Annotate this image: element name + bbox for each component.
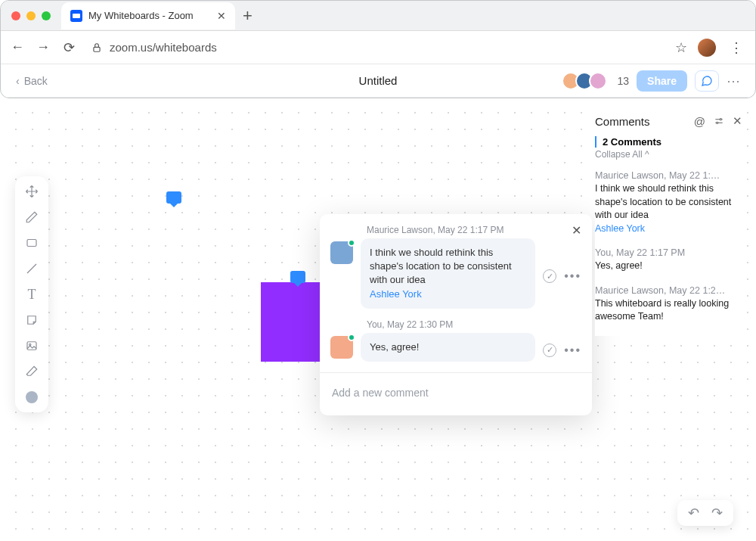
browser-menu-button[interactable]: ⋮: [727, 39, 746, 56]
back-link[interactable]: ‹ Back: [16, 75, 48, 87]
forward-button[interactable]: →: [36, 40, 51, 55]
lock-icon: [91, 42, 102, 53]
close-tab-button[interactable]: ✕: [217, 10, 226, 22]
reload-button[interactable]: ⟳: [61, 40, 76, 55]
minimize-window-button[interactable]: [26, 11, 36, 20]
back-label: Back: [24, 75, 48, 87]
chevron-left-icon: ‹: [16, 75, 20, 87]
address-bar[interactable]: zoom.us/whiteboards: [87, 41, 665, 54]
document-title[interactable]: Untitled: [359, 74, 398, 87]
viewer-count: 13: [618, 75, 630, 87]
whiteboard-canvas[interactable]: [0, 97, 756, 98]
browser-tabs-bar: My Whiteboards - Zoom ✕ +: [1, 1, 755, 31]
app-header: ‹ Back Untitled 13 Share ⋯: [1, 64, 755, 98]
back-button[interactable]: ←: [10, 40, 25, 55]
zoom-favicon-icon: [70, 10, 82, 22]
tab-title: My Whiteboards - Zoom: [88, 10, 211, 21]
share-button[interactable]: Share: [637, 70, 687, 92]
url-text: zoom.us/whiteboards: [110, 41, 217, 54]
new-tab-button[interactable]: +: [235, 6, 260, 26]
svg-rect-0: [94, 47, 100, 51]
maximize-window-button[interactable]: [42, 11, 51, 20]
bookmark-button[interactable]: ☆: [675, 39, 687, 56]
comments-toggle-button[interactable]: [695, 70, 719, 92]
browser-url-bar: ← → ⟳ zoom.us/whiteboards ☆ ⋮: [1, 31, 755, 64]
avatar: [589, 72, 607, 90]
more-options-button[interactable]: ⋯: [727, 73, 740, 89]
profile-avatar[interactable]: [698, 39, 716, 57]
collaborator-avatars[interactable]: [566, 72, 607, 90]
close-window-button[interactable]: [11, 11, 20, 20]
window-controls: [1, 11, 61, 20]
browser-tab[interactable]: My Whiteboards - Zoom ✕: [61, 2, 235, 30]
